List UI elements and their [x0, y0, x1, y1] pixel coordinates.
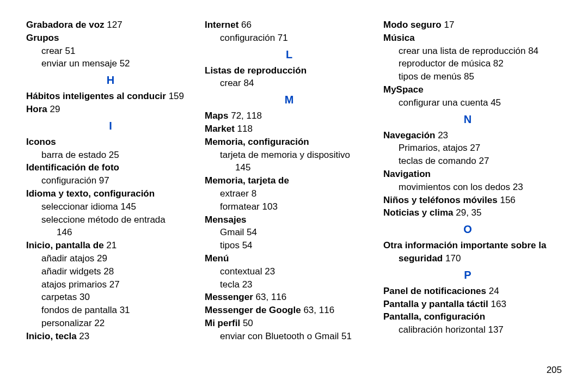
entry-musica: Música	[383, 33, 415, 43]
entry-memoria-tarjeta: Memoria, tarjeta de	[205, 175, 289, 186]
entry-listas: Listas de reproducción	[205, 65, 307, 76]
entry-menu: Menú	[205, 253, 229, 264]
page-ref[interactable]: 170	[443, 253, 461, 264]
sub-inicio-atajos[interactable]: añadir atajos 29	[26, 252, 195, 265]
index-letter-h: H	[26, 71, 195, 89]
sub-idioma-metodo-cont[interactable]: 146	[26, 226, 195, 239]
sub-musica-reproductor[interactable]: reproductor de música 82	[383, 57, 552, 70]
sub-internet-config[interactable]: configuración 71	[205, 32, 373, 45]
sub-musica-tipos[interactable]: tipos de menús 85	[383, 70, 552, 83]
page-ref[interactable]: 66	[238, 20, 252, 30]
page-ref[interactable]: 21	[104, 240, 117, 250]
index-letter-o: O	[383, 220, 552, 238]
entry-navigation: Navigation	[383, 169, 431, 179]
sub-menu-contextual[interactable]: contextual 23	[205, 265, 373, 278]
column-3: Modo seguro 17 Música crear una lista de…	[383, 19, 562, 381]
index-page: Grabadora de voz 127 Grupos crear 51 env…	[0, 0, 588, 392]
index-letter-l: L	[205, 46, 373, 63]
entry-iconos: Iconos	[26, 137, 56, 147]
column-2: Internet 66 configuración 71 L Listas de…	[205, 19, 383, 381]
page-ref[interactable]: 23	[77, 331, 90, 341]
sub-grupos-enviar[interactable]: enviar un mensaje 52	[26, 57, 195, 70]
entry-hora[interactable]: Hora	[26, 104, 47, 114]
page-ref[interactable]: 156	[498, 195, 516, 205]
entry-navegacion[interactable]: Navegación	[383, 130, 435, 140]
entry-ident-foto: Identificación de foto	[26, 162, 119, 173]
sub-memoria-line[interactable]: tarjeta de memoria y dispositivo	[205, 149, 373, 162]
page-ref[interactable]: 24	[486, 286, 499, 296]
sub-inicio-carpetas[interactable]: carpetas 30	[26, 291, 195, 304]
index-letter-m: M	[205, 91, 373, 108]
sub-musica-crear[interactable]: crear una lista de reproducción 84	[383, 45, 552, 58]
entry-inicio-pantalla[interactable]: Inicio, pantalla de	[26, 240, 104, 250]
entry-panel-notif[interactable]: Panel de notificaciones	[383, 286, 486, 296]
entry-mensajes: Mensajes	[205, 215, 247, 225]
entry-miperfil[interactable]: Mi perfil	[205, 318, 240, 328]
entry-myspace: MySpace	[383, 84, 424, 95]
page-ref[interactable]: 159	[166, 91, 184, 101]
sub-idioma-metodo[interactable]: seleccione método de entrada	[26, 213, 195, 226]
sub-pantalla-calib[interactable]: calibración horizontal 137	[383, 323, 552, 336]
sub-ident-foto-config[interactable]: configuración 97	[26, 174, 195, 187]
entry-modo-seguro[interactable]: Modo seguro	[383, 20, 442, 30]
page-ref[interactable]: 163	[488, 299, 506, 309]
page-ref[interactable]: 63, 116	[253, 292, 286, 302]
sub-iconos-barra[interactable]: barra de estado 25	[26, 149, 195, 162]
index-letter-p: P	[383, 266, 552, 284]
sub-memoria-cont[interactable]: 145	[205, 161, 373, 174]
sub-memoria-extraer[interactable]: extraer 8	[205, 187, 373, 200]
page-ref[interactable]: 118	[235, 124, 253, 134]
entry-otra-line1: Otra información importante sobre la	[383, 240, 546, 250]
sub-mensajes-tipos[interactable]: tipos 54	[205, 239, 373, 252]
entry-idioma-texto: Idioma y texto, configuración	[26, 188, 155, 199]
entry-grabadora-voz[interactable]: Grabadora de voz	[26, 20, 105, 30]
entry-otra-line2[interactable]: seguridad	[399, 253, 443, 264]
sub-mensajes-gmail[interactable]: Gmail 54	[205, 226, 373, 239]
entry-messenger[interactable]: Messenger	[205, 292, 253, 302]
entry-ninos[interactable]: Niños y teléfonos móviles	[383, 195, 498, 205]
entry-internet[interactable]: Internet	[205, 20, 238, 30]
page-ref[interactable]: 50	[240, 318, 253, 328]
page-ref[interactable]: 63, 116	[301, 305, 334, 315]
sub-listas-crear[interactable]: crear 84	[205, 77, 373, 90]
entry-habitos[interactable]: Hábitos inteligentes al conducir	[26, 91, 166, 101]
page-ref[interactable]: 29	[47, 104, 60, 114]
index-letter-n: N	[383, 111, 552, 128]
entry-market[interactable]: Market	[205, 124, 235, 134]
sub-inicio-personalizar[interactable]: personalizar 22	[26, 317, 195, 330]
page-ref[interactable]: 17	[442, 20, 455, 30]
entry-memoria-config: Memoria, configuración	[205, 137, 309, 147]
sub-inicio-primarios[interactable]: atajos primarios 27	[26, 278, 195, 291]
sub-navegacion-teclas[interactable]: teclas de comando 27	[383, 155, 552, 168]
entry-pantalla-tactil[interactable]: Pantalla y pantalla táctil	[383, 299, 488, 309]
page-number: 205	[547, 365, 562, 376]
entry-messenger-google[interactable]: Messenger de Google	[205, 305, 301, 315]
entry-inicio-tecla[interactable]: Inicio, tecla	[26, 331, 77, 341]
page-ref[interactable]: 127	[105, 20, 122, 30]
sub-idioma-sel[interactable]: seleccionar idioma 145	[26, 200, 195, 213]
column-1: Grabadora de voz 127 Grupos crear 51 env…	[26, 19, 205, 381]
page-ref[interactable]: 29, 35	[454, 207, 482, 218]
entry-grupos: Grupos	[26, 33, 59, 43]
entry-maps[interactable]: Maps	[205, 111, 228, 121]
sub-menu-tecla[interactable]: tecla 23	[205, 278, 373, 291]
sub-myspace-config[interactable]: configurar una cuenta 45	[383, 96, 552, 109]
sub-inicio-fondos[interactable]: fondos de pantalla 31	[26, 304, 195, 317]
sub-memoria-formatear[interactable]: formatear 103	[205, 200, 373, 213]
page-ref[interactable]: 72, 118	[228, 111, 261, 121]
page-ref[interactable]: 23	[435, 130, 448, 140]
entry-noticias[interactable]: Noticias y clima	[383, 207, 454, 218]
sub-navigation-mov[interactable]: movimientos con los dedos 23	[383, 181, 552, 194]
sub-inicio-widgets[interactable]: añadir widgets 28	[26, 265, 195, 278]
index-letter-i: I	[26, 117, 195, 134]
sub-navegacion-primarios[interactable]: Primarios, atajos 27	[383, 142, 552, 155]
sub-grupos-crear[interactable]: crear 51	[26, 45, 195, 58]
entry-pantalla-config: Pantalla, configuración	[383, 311, 485, 322]
sub-miperfil-enviar[interactable]: enviar con Bluetooth o Gmail 51	[205, 330, 373, 343]
